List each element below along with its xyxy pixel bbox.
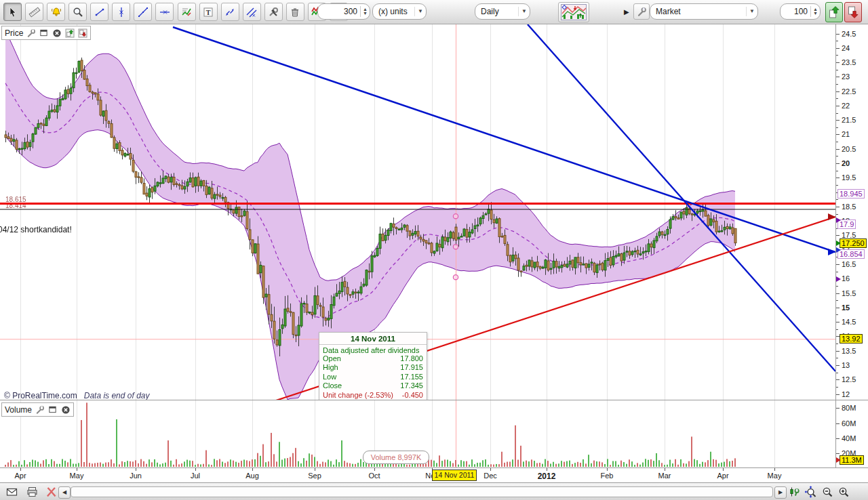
bars-count-value[interactable]: 300	[318, 7, 360, 16]
page-arrow-down-icon	[78, 28, 87, 38]
volume-tick	[836, 453, 840, 454]
price-export-up-button[interactable]	[64, 28, 75, 38]
order-qty-value[interactable]: 100	[781, 7, 810, 16]
price-tick	[836, 134, 840, 135]
price-tick	[836, 207, 840, 207]
units-dropdown-value: (x) units	[373, 7, 414, 16]
bell-icon	[50, 6, 62, 18]
volume-maximize-button[interactable]	[47, 404, 58, 415]
buy-order-button[interactable]	[825, 2, 843, 22]
price-tick	[836, 62, 840, 63]
order-settings-button[interactable]	[633, 3, 650, 20]
tooltip-row: Low17.155	[319, 373, 427, 381]
chart-style-button[interactable]	[558, 2, 589, 22]
scroll-right-button[interactable]: ▶	[774, 486, 787, 499]
horizontal-line-icon	[159, 6, 171, 18]
price-axis[interactable]: 24.52423.52322.52221.52120.52019.51918.5…	[835, 24, 868, 400]
trend-line-icon	[137, 6, 149, 18]
parallel-lines-tool-button[interactable]	[243, 3, 261, 21]
price-tick	[836, 308, 840, 308]
svg-text:T: T	[206, 8, 211, 16]
chart-zoom-settings-button[interactable]	[787, 485, 802, 499]
volume-close-button[interactable]	[60, 404, 71, 415]
printer-icon	[26, 486, 39, 498]
wrench-icon	[26, 28, 36, 38]
panel-expander-arrow[interactable]: ▶	[624, 8, 629, 16]
price-pane-header: Price	[1, 26, 91, 40]
price-tick	[836, 163, 840, 164]
price-tick-label: 13	[842, 362, 850, 369]
month-label: Sep	[308, 472, 321, 480]
price-settings-button[interactable]	[26, 28, 36, 38]
settings-tools-button[interactable]	[264, 3, 283, 21]
price-tick-label: 24.5	[842, 30, 856, 38]
ruler-icon	[28, 6, 41, 18]
vertical-line-tool-button[interactable]	[112, 3, 130, 21]
bars-count-spinner[interactable]: 300 ▲▼	[317, 3, 370, 20]
chart-style-icon	[561, 4, 587, 20]
indicator-tool-button[interactable]	[178, 3, 196, 21]
scroll-left-button[interactable]: ◀	[58, 486, 71, 499]
order-qty-spin-arrows[interactable]: ▲▼	[810, 6, 820, 17]
horizontal-scrollbar[interactable]	[71, 486, 773, 497]
cursor-icon	[7, 6, 19, 18]
trend-line-tool-button[interactable]	[134, 3, 152, 21]
move-tool-button[interactable]	[221, 3, 239, 21]
sell-order-button[interactable]	[844, 2, 862, 22]
zoom-in-button[interactable]	[836, 485, 851, 499]
units-dropdown[interactable]: (x) units ▼	[372, 3, 427, 20]
zoom-fit-button[interactable]	[803, 485, 818, 499]
chart-text-annotation[interactable]: 04/12 shortkandidat!	[0, 225, 72, 234]
alarm-tool-button[interactable]	[47, 3, 65, 21]
segment-tool-button[interactable]	[90, 3, 108, 21]
selected-date-box: 14 Nov 2011	[432, 470, 477, 481]
market-search-dropdown[interactable]: Market ▼	[650, 3, 758, 20]
volume-tooltip: Volume 8,997K	[363, 451, 429, 464]
chevron-down-icon: ▼	[414, 7, 426, 16]
volume-tick-label: 40M	[842, 435, 856, 442]
horizontal-line-tool-button[interactable]	[155, 3, 174, 21]
date-axis[interactable]: 14 Nov 2011 AprMayJunJulAugSepOctNovDec2…	[0, 467, 868, 482]
disconnect-button[interactable]	[43, 485, 58, 499]
price-tick	[836, 149, 840, 150]
price-chart-pane[interactable]: Price 04/12 shortkandidat! © ProRealTime…	[0, 24, 835, 400]
price-tick-label: 22.5	[842, 88, 856, 96]
ruler-tool-button[interactable]	[25, 3, 43, 21]
candle-wrench-icon	[788, 486, 801, 498]
close-icon	[61, 405, 71, 415]
toolbox-icon	[267, 6, 279, 18]
month-label: May	[768, 472, 782, 480]
text-tool-button[interactable]: T	[199, 3, 218, 21]
month-label: Aug	[245, 472, 259, 480]
timeframe-dropdown[interactable]: Daily ▼	[475, 3, 530, 20]
print-button[interactable]	[24, 485, 39, 499]
price-tick-label: 23.5	[842, 59, 856, 66]
timeframe-dropdown-value: Daily	[475, 7, 518, 16]
price-tick-label: 13.5	[842, 348, 856, 355]
month-label: May	[70, 472, 84, 480]
bars-count-spin-arrows[interactable]: ▲▼	[360, 6, 370, 17]
price-minor-tick	[836, 171, 838, 171]
price-export-down-button[interactable]	[77, 28, 87, 38]
price-tick-label: 14.5	[842, 318, 856, 326]
zoom-out-button[interactable]	[820, 485, 835, 499]
delete-tool-button[interactable]	[286, 3, 304, 21]
zoom-tool-button[interactable]	[68, 3, 87, 21]
month-tick	[20, 468, 21, 471]
volume-settings-button[interactable]	[35, 404, 45, 415]
price-minor-tick	[836, 127, 838, 128]
price-maximize-button[interactable]	[39, 28, 49, 38]
volume-pane[interactable]: Volume Volume 8,997K	[0, 400, 835, 467]
price-tick	[836, 91, 840, 92]
month-tick	[490, 468, 491, 471]
price-tick	[836, 235, 840, 236]
month-label: Jun	[130, 472, 142, 480]
price-close-button[interactable]	[52, 28, 62, 38]
cursor-tool-button[interactable]	[3, 3, 22, 21]
email-button[interactable]	[4, 485, 19, 499]
volume-axis[interactable]: 80M60M40M20M11.3M	[835, 400, 868, 467]
price-tick-label: 23	[842, 73, 850, 81]
order-qty-spinner[interactable]: 100 ▲▼	[780, 3, 821, 20]
axis-value-marker: 17.250	[840, 238, 867, 248]
price-minor-tick	[836, 142, 838, 142]
